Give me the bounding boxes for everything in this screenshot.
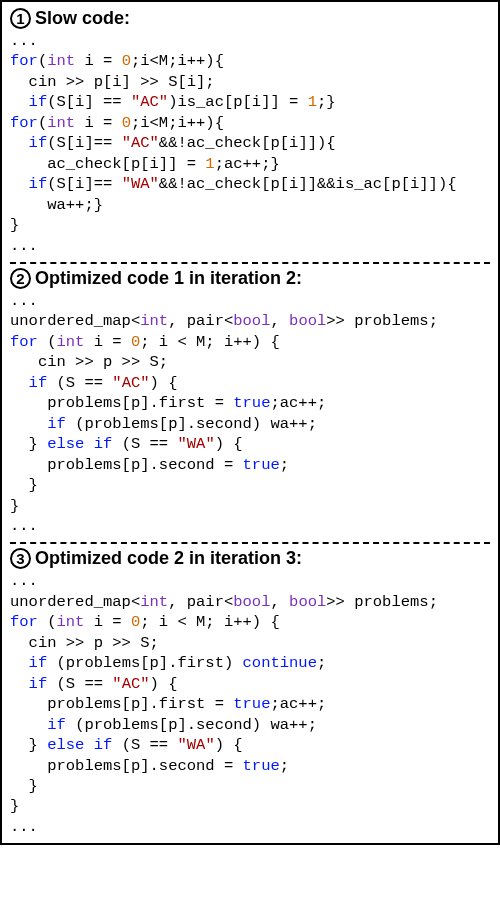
section-1-title: Slow code: — [35, 8, 130, 29]
section-2-header: 2 Optimized code 1 in iteration 2: — [10, 268, 490, 289]
section-3-title: Optimized code 2 in iteration 3: — [35, 548, 302, 569]
section-1-header: 1 Slow code: — [10, 8, 490, 29]
badge-2-icon: 2 — [10, 268, 31, 289]
badge-1-icon: 1 — [10, 8, 31, 29]
section-2-title: Optimized code 1 in iteration 2: — [35, 268, 302, 289]
code-block-3: ... unordered_map<int, pair<bool, bool>>… — [10, 571, 490, 837]
figure-container: 1 Slow code: ... for(int i = 0;i<M;i++){… — [0, 0, 500, 845]
code-block-1: ... for(int i = 0;i<M;i++){ cin >> p[i] … — [10, 31, 490, 256]
badge-3-icon: 3 — [10, 548, 31, 569]
code-block-2: ... unordered_map<int, pair<bool, bool>>… — [10, 291, 490, 536]
section-3-header: 3 Optimized code 2 in iteration 3: — [10, 548, 490, 569]
divider-2 — [10, 542, 490, 544]
divider-1 — [10, 262, 490, 264]
